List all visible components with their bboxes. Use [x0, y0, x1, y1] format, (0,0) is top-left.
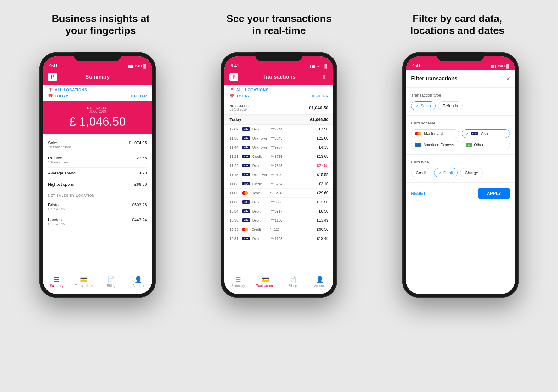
- billing-nav-label-2: Billing: [288, 284, 297, 288]
- tx-amount: -£27.55: [316, 163, 329, 168]
- location-icon-2: 📍: [229, 88, 234, 92]
- nav-summary-2[interactable]: ☰ Summary: [224, 276, 252, 288]
- net-sales-bar: NET SALES 31 Oct 2019 £1,046.50: [224, 101, 333, 115]
- tx-time: 11:00: [229, 200, 240, 204]
- app-logo-2: P: [229, 73, 238, 81]
- visa-badge: VISA: [242, 155, 250, 158]
- tx-amount: £3.10: [319, 182, 328, 186]
- tx-card-num: ***7643: [271, 164, 313, 168]
- amex-icon: [415, 143, 421, 147]
- other-icon: ⊞: [466, 143, 472, 147]
- mc-badge: [242, 227, 249, 232]
- headline-3: Filter by card data,locations and dates: [368, 13, 547, 37]
- amex-chip[interactable]: American Express: [411, 141, 459, 149]
- transaction-row[interactable]: 11:58 VISA Unknown ***6543 £22.60: [224, 134, 333, 143]
- status-icons-3: ▮▮▮ WiFi ▓: [491, 64, 509, 68]
- visa-badge: VISA: [242, 164, 250, 167]
- location-filter-row-2[interactable]: 📍 ALL LOCATIONS: [229, 88, 328, 92]
- signal-icon: ▮▮▮: [128, 64, 134, 68]
- transaction-row[interactable]: 11:23 VISA Credit ***8765 £13.65: [224, 152, 333, 161]
- notch-2: [255, 52, 302, 61]
- tx-type: Debit: [252, 127, 268, 131]
- nav-transactions-2[interactable]: 💳 Transactions: [252, 276, 279, 288]
- filter-button-1[interactable]: ≡ FILTER: [131, 94, 147, 98]
- app-logo-1: P: [48, 73, 57, 81]
- visa-badge: VISA: [242, 237, 250, 240]
- mastercard-chip[interactable]: Mastercard: [411, 129, 459, 138]
- sales-chip[interactable]: ✓ Sales: [411, 101, 436, 110]
- visa-chip[interactable]: ✓ VISA Visa: [462, 129, 510, 138]
- nav-account-1[interactable]: 👤 Account: [125, 276, 152, 288]
- refunds-sub: 1 transaction: [48, 160, 68, 164]
- location-filter-row[interactable]: 📍 ALL LOCATIONS: [48, 88, 147, 92]
- app-title-1: Summary: [85, 74, 110, 80]
- phone-transactions: 9:41 ▮▮▮ WiFi ▓ P Transactions ⬇ 📍 A: [221, 52, 337, 298]
- location-label: ALL LOCATIONS: [55, 88, 87, 92]
- tx-card-num: ***3234: [271, 182, 317, 186]
- filter-bar-2: 📍 ALL LOCATIONS 📅 TODAY ≡ FILTER: [224, 85, 333, 101]
- refunds-amount: £27.55: [134, 156, 147, 160]
- transaction-row[interactable]: 10:33 Credit ***1234 £66.50: [224, 225, 333, 234]
- reset-button[interactable]: RESET: [411, 191, 426, 196]
- transaction-row[interactable]: 12:02 VISA Debit ***2244 £7.50: [224, 125, 333, 134]
- date-filter-row-2[interactable]: 📅 TODAY ≡ FILTER: [229, 94, 328, 98]
- tx-card-num: ***1234: [270, 228, 314, 231]
- tx-type: Debit: [252, 237, 268, 240]
- billing-nav-icon: 📄: [107, 276, 115, 283]
- visa-badge: VISA: [242, 200, 250, 204]
- transaction-row[interactable]: 10:54 VISA Debit ***0917 £8.50: [224, 207, 333, 216]
- transaction-row[interactable]: 10:38 VISA Debit ***1100 £13.49: [224, 216, 333, 225]
- close-button[interactable]: ×: [506, 75, 510, 82]
- refunds-chip[interactable]: Refunds: [438, 101, 463, 110]
- tx-card-num: ***8765: [271, 155, 314, 158]
- download-icon: ⬇: [322, 74, 326, 80]
- transaction-row[interactable]: 11:44 VISA Unknown ***9987 £4.35: [224, 143, 333, 152]
- debit-chip[interactable]: ✓ Debit: [434, 168, 458, 177]
- apply-button[interactable]: APPLY: [478, 188, 510, 199]
- avg-row: Average spend £14.93: [48, 168, 147, 179]
- sales-row: Sales 78 transactions £1,074.05: [48, 137, 147, 152]
- credit-chip[interactable]: Credit: [411, 168, 431, 177]
- headline-1: Business insights atyour fingertips: [12, 13, 190, 37]
- nav-billing-2[interactable]: 📄 Billing: [279, 276, 306, 288]
- bottom-nav-1: ☰ Summary 💳 Transactions 📄 Billing 👤 Acc…: [43, 273, 152, 294]
- other-chip[interactable]: ⊞ Other: [462, 141, 510, 149]
- tx-time: 11:15: [229, 173, 240, 177]
- transaction-row[interactable]: 10:31 VISA Debit ***1103 £13.49: [224, 234, 333, 243]
- transaction-row[interactable]: 11:06 Debit ***1234 £29.60: [224, 189, 333, 198]
- tx-type: Credit: [252, 155, 268, 158]
- filter-footer: RESET APPLY: [406, 183, 515, 204]
- summary-content: Sales 78 transactions £1,074.05 Refunds …: [43, 134, 152, 273]
- nav-summary-1[interactable]: ☰ Summary: [43, 276, 70, 288]
- sales-check-icon: ✓: [416, 103, 419, 108]
- filter-icon-btn: ≡: [131, 94, 133, 98]
- phone-summary: 9:41 ▮▮▮ WiFi ▓ P Summary 📍 ALL LOCATION…: [39, 52, 156, 298]
- transaction-row[interactable]: 11:00 VISA Debit ***0806 £12.50: [224, 198, 333, 207]
- download-btn[interactable]: ⬇: [319, 73, 328, 81]
- date-filter-row[interactable]: 📅 TODAY ≡ FILTER: [48, 94, 147, 98]
- charge-chip[interactable]: Charge: [460, 168, 483, 177]
- transaction-type-chips: ✓ Sales Refunds: [411, 101, 510, 110]
- today-label-2: TODAY: [236, 94, 250, 98]
- location-label-2: ALL LOCATIONS: [236, 88, 268, 92]
- tx-amount: £12.50: [317, 200, 329, 204]
- tx-type: Unknown: [252, 173, 268, 177]
- mastercard-icon: [415, 131, 422, 136]
- transaction-row[interactable]: 11:22 VISA Debit ***7643 -£27.55: [224, 161, 333, 170]
- filter-modal: Filter transactions × Transaction type ✓…: [406, 70, 515, 294]
- app-header-2: P Transactions ⬇: [224, 70, 333, 85]
- filter-button-2[interactable]: ≡ FILTER: [312, 94, 328, 98]
- transactions-list: 12:02 VISA Debit ***2244 £7.50 11:58 VIS…: [224, 125, 333, 273]
- nav-transactions-1[interactable]: 💳 Transactions: [70, 276, 98, 288]
- net-sales-bar-label: NET SALES: [229, 104, 249, 108]
- signal-icon-3: ▮▮▮: [491, 64, 497, 68]
- location1-sub: Chip & PIN: [48, 207, 65, 211]
- refunds-row: Refunds 1 transaction £27.55: [48, 152, 147, 168]
- highest-label: Highest spend: [48, 182, 74, 187]
- nav-account-2[interactable]: 👤 Account: [306, 276, 334, 288]
- transactions-nav-icon: 💳: [80, 276, 88, 283]
- nav-billing-1[interactable]: 📄 Billing: [98, 276, 125, 288]
- transaction-row[interactable]: 11:15 VISA Unknown ***9190 £15.55: [224, 170, 333, 179]
- transaction-row[interactable]: 11:08 VISA Credit ***3234 £3.10: [224, 179, 333, 189]
- tx-card-num: ***1234: [270, 191, 314, 195]
